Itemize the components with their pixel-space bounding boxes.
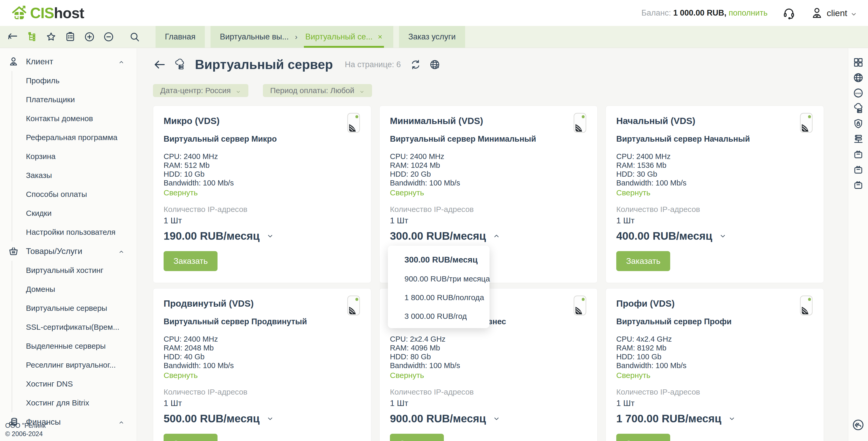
tab-home[interactable]: Главная [156, 26, 205, 48]
product-specs: CPU: 4x2.4 GHzRAM: 8192 MbHDD: 100 GbBan… [616, 335, 686, 370]
plus-circle-icon[interactable] [84, 31, 95, 43]
sidebar-item[interactable]: Реферальная программа [12, 128, 136, 147]
sidebar-item[interactable]: Виртуальный хостинг [12, 261, 136, 280]
server-product-image [571, 295, 589, 316]
collapse-link[interactable]: Свернуть [390, 188, 424, 197]
product-subtitle: Виртуальный сервер Профи [616, 317, 732, 326]
price-option[interactable]: 300.00 RUB/месяц [404, 255, 490, 265]
sidebar-footer: ООО "Релинк" © 2006-2024 [5, 421, 48, 438]
globe-icon[interactable] [852, 72, 864, 84]
ip-count-label: Количество IP-адресов [616, 388, 700, 396]
price-period-dropdown: 300.00 RUB/месяц900.00 RUB/три месяца1 8… [388, 246, 490, 328]
spec-line: Bandwidth: 100 Mb/s [390, 361, 460, 370]
back-icon[interactable] [7, 31, 19, 43]
sidebar-item[interactable]: Выделенные серверы [12, 336, 136, 355]
sidebar-item[interactable]: Хостинг DNS [12, 374, 136, 393]
order-button[interactable]: Заказать [164, 434, 218, 441]
open-tabs: Главная Виртуальные вы... › Виртуальный … [156, 26, 465, 48]
search-icon[interactable] [129, 31, 141, 43]
sidebar-item[interactable]: Скидки [12, 204, 136, 223]
package-icon[interactable] [852, 148, 864, 160]
product-subtitle: Виртуальный сервер Минимальный [390, 135, 536, 144]
spec-line: CPU: 2x2.4 GHz [390, 335, 460, 344]
collapse-link[interactable]: Свернуть [616, 371, 650, 380]
sidebar-section-label: Клиент [26, 57, 118, 66]
sidebar-item[interactable]: Реселлинг виртуальног... [12, 355, 136, 374]
price-select[interactable]: 190.00 RUB/месяц [164, 230, 274, 242]
package-icon[interactable] [852, 179, 864, 191]
spec-line: HDD: 100 Gb [616, 352, 686, 361]
price-select[interactable]: 900.00 RUB/месяц [390, 412, 500, 425]
sidebar-item[interactable]: Корзина [12, 147, 136, 166]
sidebar-item[interactable]: Заказы [12, 166, 136, 185]
chevron-up-icon [118, 58, 125, 65]
grid-icon[interactable] [852, 57, 864, 68]
price-option[interactable]: 900.00 RUB/три месяца [404, 274, 490, 283]
server-product-image [345, 113, 362, 133]
shield-lock-icon[interactable] [852, 118, 864, 129]
order-button[interactable]: Заказать [616, 434, 670, 441]
sidebar-section-0[interactable]: Клиент [0, 52, 136, 71]
sidebar-item[interactable]: Настройки пользователя [12, 223, 136, 241]
sidebar-item[interactable]: Профиль [12, 71, 136, 90]
sidebar-item[interactable]: Контакты доменов [12, 109, 136, 128]
collapse-link[interactable]: Свернуть [164, 371, 198, 380]
per-page-label: На странице: 6 [345, 60, 401, 69]
sidebar-item[interactable]: Способы оплаты [12, 185, 136, 204]
order-button[interactable]: Заказать [164, 251, 218, 271]
chevron-icon [728, 415, 736, 422]
server-product-image [571, 113, 589, 133]
tab-active-virtual-server[interactable]: Виртуальный се... × [304, 26, 384, 48]
order-button[interactable]: Заказать [616, 251, 670, 271]
cishost-logo[interactable]: CIShost [11, 4, 84, 22]
package-icon[interactable] [852, 164, 864, 175]
sidebar-item[interactable]: Плательщики [12, 90, 136, 109]
sidebar-item[interactable]: Домены [12, 280, 136, 299]
ip-count-value: 1 Шт [390, 399, 408, 408]
tree-icon[interactable] [26, 31, 38, 43]
collapse-link[interactable]: Свернуть [390, 371, 424, 380]
price-option[interactable]: 3 000.00 RUB/год [404, 312, 490, 321]
refresh-icon[interactable] [410, 59, 422, 70]
star-icon[interactable] [45, 31, 57, 43]
sidebar-item[interactable]: SSL-сертификаты(Врем... [12, 318, 136, 336]
order-button[interactable]: Заказать [390, 434, 444, 441]
sidebar-section-1[interactable]: Товары/Услуги [0, 241, 136, 261]
logo-text: CIShost [30, 4, 84, 22]
price-select[interactable]: 400.00 RUB/месяц [616, 230, 727, 242]
sidebar-item[interactable]: Хостинг для Bitrix [12, 393, 136, 412]
filter-pill-1[interactable]: Период оплаты: Любой [263, 84, 372, 97]
server-network-icon[interactable] [852, 133, 864, 145]
price-select[interactable]: 1 700.00 RUB/месяц [616, 412, 736, 425]
price-option[interactable]: 1 800.00 RUB/полгода [404, 293, 490, 302]
collapse-link[interactable]: Свернуть [164, 188, 198, 197]
price-value: 400.00 RUB/месяц [616, 230, 712, 242]
cloud-server-icon[interactable] [852, 102, 864, 114]
tab-parent-label[interactable]: Виртуальные вы... [220, 32, 289, 41]
spec-line: Bandwidth: 100 Mb/s [616, 178, 686, 187]
close-tab-icon[interactable]: × [378, 32, 382, 41]
ip-count-label: Количество IP-адресов [390, 388, 474, 396]
tab-group-virtual[interactable]: Виртуальные вы... › Виртуальный се... × [211, 26, 393, 48]
price-select[interactable]: 500.00 RUB/месяц [164, 412, 274, 425]
clipboard-icon[interactable] [64, 31, 76, 43]
collapse-link[interactable]: Свернуть [616, 188, 650, 197]
top-header: CIShost Баланс: 1 000.00 RUB, пополнить [0, 0, 868, 26]
collapse-left-icon[interactable] [851, 418, 865, 432]
globe-link-icon[interactable] [429, 59, 441, 70]
price-value: 300.00 RUB/месяц [390, 230, 486, 242]
tab-order-service[interactable]: Заказ услуги [399, 26, 465, 48]
tab-active-label[interactable]: Виртуальный се... [305, 32, 373, 41]
spec-line: CPU: 2400 MHz [616, 152, 686, 161]
house-logo-icon [11, 5, 28, 21]
minus-circle-icon[interactable] [103, 31, 115, 43]
spec-line: Bandwidth: 100 Mb/s [390, 178, 460, 187]
globe-www-icon[interactable]: www [852, 87, 864, 99]
price-select[interactable]: 300.00 RUB/месяц [390, 230, 500, 242]
topup-link[interactable]: пополнить [728, 8, 767, 18]
sidebar-item[interactable]: Виртуальные серверы [12, 299, 136, 318]
back-icon[interactable] [153, 58, 166, 71]
support-headset-icon[interactable] [782, 6, 796, 20]
filter-pill-0[interactable]: Дата-центр: Россия [153, 84, 248, 97]
user-menu[interactable]: client [810, 6, 857, 20]
